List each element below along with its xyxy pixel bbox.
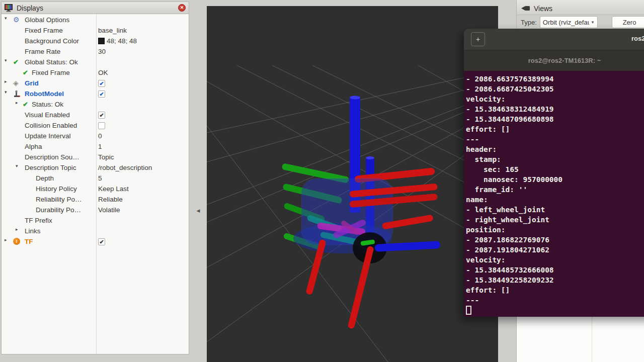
- tree-row-status-ok[interactable]: ▸✔Status: Ok: [2, 100, 189, 110]
- views-panel-header[interactable]: Views: [517, 0, 644, 15]
- expand-arrow-icon[interactable]: ▸: [5, 237, 7, 242]
- checkbox-unchecked[interactable]: [98, 122, 105, 129]
- tree-row-durability-po-[interactable]: Durability Po…Volatile: [2, 205, 189, 216]
- property-value-text: Keep Last: [98, 185, 129, 193]
- terminal-window: + ros2@ ros2@ros2-TM1613R: ~ - 2086.6637…: [464, 29, 644, 317]
- terminal-line: - 15.384638312484919: [466, 104, 644, 114]
- checkbox-checked[interactable]: ✔: [98, 112, 105, 119]
- property-label: Grid: [25, 79, 39, 87]
- property-value[interactable]: 30: [98, 48, 106, 55]
- view-type-label: Type:: [521, 19, 537, 26]
- view-type-dropdown[interactable]: Orbit (rviz_defau ▼: [540, 16, 598, 28]
- property-value[interactable]: 5: [98, 174, 102, 182]
- checkbox-checked[interactable]: ✔: [98, 238, 105, 245]
- tree-row-alpha[interactable]: Alpha1: [2, 142, 189, 152]
- tree-row-depth[interactable]: Depth5: [2, 173, 189, 184]
- tree-row-description-sou-[interactable]: Description Sou…Topic: [2, 152, 189, 163]
- collapse-arrow-icon[interactable]: ▾: [5, 16, 7, 21]
- property-value[interactable]: Keep Last: [98, 185, 129, 193]
- new-tab-button[interactable]: +: [471, 32, 485, 46]
- terminal-line: name:: [466, 195, 644, 205]
- displays-tree: ▾⚙Global OptionsFixed Framebase_linkBack…: [2, 15, 189, 247]
- tree-row-history-policy[interactable]: History PolicyKeep Last: [2, 184, 189, 195]
- collapse-arrow-icon[interactable]: ▾: [5, 89, 7, 95]
- terminal-output: - 2086.6637576389994- 2086.6687425042305…: [466, 74, 644, 305]
- check-icon: ✔: [23, 69, 28, 77]
- property-label: TF Prefix: [25, 217, 52, 224]
- property-label: Collision Enabled: [25, 122, 77, 129]
- terminal-line: - 2087.186822769076: [466, 235, 644, 245]
- property-value[interactable]: Reliable: [98, 196, 123, 203]
- check-icon: ✔: [23, 101, 28, 109]
- property-value-text: Volatile: [98, 206, 120, 214]
- tree-row-global-options[interactable]: ▾⚙Global Options: [2, 15, 189, 26]
- terminal-line: effort: []: [466, 285, 644, 295]
- property-label: Visual Enabled: [25, 111, 70, 119]
- terminal-line: - right_wheel_joint: [466, 215, 644, 225]
- 3d-viewport[interactable]: [207, 6, 498, 362]
- property-label: Fixed Frame: [25, 27, 63, 34]
- expand-arrow-icon[interactable]: ▸: [16, 227, 18, 232]
- terminal-line: ---: [466, 134, 644, 144]
- tree-row-description-topic[interactable]: ▾Description Topic/robot_description: [2, 163, 189, 173]
- property-value[interactable]: OK: [98, 69, 108, 76]
- property-value[interactable]: 1: [98, 143, 102, 150]
- tree-row-visual-enabled[interactable]: Visual Enabled✔: [2, 110, 189, 121]
- terminal-line: - 2086.6637576389994: [466, 74, 644, 84]
- property-label: Status: Ok: [32, 101, 63, 108]
- tree-row-fixed-frame[interactable]: ✔Fixed FrameOK: [2, 68, 189, 78]
- tree-row-tf[interactable]: ▸!TF✔: [2, 237, 189, 247]
- property-value[interactable]: /robot_description: [98, 164, 152, 171]
- close-icon[interactable]: ✕: [178, 4, 186, 12]
- property-label: TF: [25, 238, 33, 245]
- terminal-content[interactable]: - 2086.6637576389994- 2086.6687425042305…: [464, 71, 644, 317]
- property-value-text: Topic: [98, 153, 114, 161]
- property-label: History Policy: [36, 185, 77, 193]
- property-label: Description Sou…: [25, 153, 79, 161]
- tree-row-update-interval[interactable]: Update Interval0: [2, 131, 189, 142]
- checkbox-checked[interactable]: ✔: [98, 80, 105, 87]
- terminal-line: nanosec: 957000000: [466, 174, 644, 185]
- checkbox-checked[interactable]: ✔: [98, 90, 105, 98]
- displays-icon: [5, 4, 13, 12]
- robot-model: [282, 96, 441, 329]
- property-value[interactable]: 48; 48; 48: [98, 37, 137, 45]
- property-value-text: 0: [98, 132, 102, 140]
- terminal-line: position:: [466, 225, 644, 235]
- collapse-arrow-icon[interactable]: ▾: [5, 58, 7, 63]
- tf-icon: !: [13, 238, 20, 245]
- views-controls: Type: Orbit (rviz_defau ▼ Zero: [517, 15, 644, 29]
- tree-row-collision-enabled[interactable]: Collision Enabled: [2, 121, 189, 131]
- terminal-titlebar[interactable]: + ros2@: [464, 29, 644, 50]
- property-label: Global Status: Ok: [25, 58, 78, 66]
- collapse-arrow-icon[interactable]: ▾: [16, 163, 18, 168]
- camera-icon: [521, 5, 530, 12]
- tree-row-fixed-frame[interactable]: Fixed Framebase_link: [2, 26, 189, 36]
- tree-row-frame-rate[interactable]: Frame Rate30: [2, 47, 189, 57]
- property-value[interactable]: Volatile: [98, 206, 120, 214]
- tree-row-robotmodel[interactable]: ▾RobotModel✔: [2, 89, 189, 100]
- zero-button[interactable]: Zero: [612, 16, 644, 28]
- grid-icon: ◈: [13, 79, 19, 87]
- terminal-tabbar: ros2@ros2-TM1613R: ~: [464, 50, 644, 71]
- property-value[interactable]: base_link: [98, 27, 127, 34]
- collapse-panel-icon[interactable]: ◀: [195, 207, 201, 215]
- tree-row-links[interactable]: ▸Links: [2, 226, 189, 237]
- terminal-line: sec: 165: [466, 164, 644, 174]
- tree-row-reliability-po-[interactable]: Reliability Po…Reliable: [2, 195, 189, 205]
- robot-icon: [13, 90, 21, 100]
- tree-row-grid[interactable]: ▸◈Grid✔: [2, 78, 189, 89]
- displays-panel-header[interactable]: Displays ✕: [2, 2, 189, 14]
- color-swatch: [98, 38, 105, 44]
- expand-arrow-icon[interactable]: ▸: [5, 79, 7, 84]
- tree-row-global-status-ok[interactable]: ▾✔Global Status: Ok: [2, 57, 189, 68]
- property-value[interactable]: 0: [98, 132, 102, 140]
- terminal-tab[interactable]: ros2@ros2-TM1613R: ~: [472, 57, 644, 64]
- property-label: Frame Rate: [25, 48, 60, 55]
- property-value-text: base_link: [98, 27, 127, 34]
- property-value[interactable]: Topic: [98, 153, 114, 161]
- terminal-line: stamp:: [466, 154, 644, 164]
- expand-arrow-icon[interactable]: ▸: [16, 100, 18, 105]
- tree-row-tf-prefix[interactable]: TF Prefix: [2, 216, 189, 226]
- tree-row-background-color[interactable]: Background Color48; 48; 48: [2, 36, 189, 47]
